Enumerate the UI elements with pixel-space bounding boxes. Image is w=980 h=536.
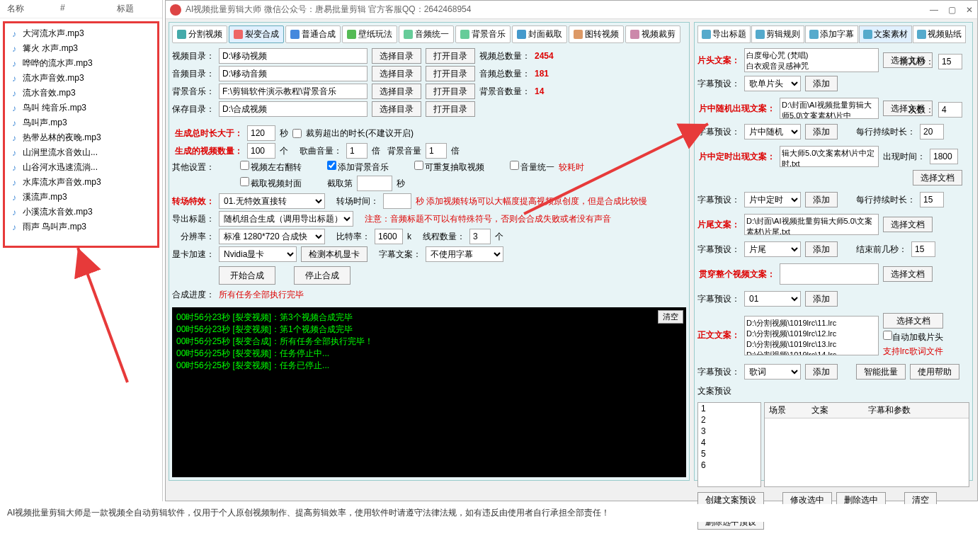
- file-item[interactable]: ♪水库流水声音效.mp3: [8, 175, 154, 190]
- gen-count-input[interactable]: [247, 143, 275, 159]
- tab-1[interactable]: 裂变合成: [229, 25, 284, 43]
- detect-gpu-button[interactable]: 检测本机显卡: [301, 246, 368, 262]
- preset-item[interactable]: 3: [698, 426, 760, 437]
- file-item[interactable]: ♪大河流水声.mp3: [8, 26, 154, 41]
- trans-time-input[interactable]: [383, 193, 411, 209]
- auto-load-checkbox[interactable]: [883, 331, 892, 340]
- preset3-add-button[interactable]: 添加: [805, 192, 838, 207]
- maximize-button[interactable]: ▢: [948, 5, 956, 15]
- gpu-select[interactable]: Nvidia显卡: [219, 246, 297, 262]
- file-item[interactable]: ♪雨声 鸟叫声.mp3: [8, 219, 154, 234]
- whole-choose-button[interactable]: 选择文档: [883, 266, 933, 282]
- mid-time-choose-button[interactable]: 选择文档: [913, 170, 962, 186]
- bgm-dir-input[interactable]: [219, 84, 368, 99]
- save-dir-choose-button[interactable]: 选择目录: [372, 101, 421, 117]
- main-textarea[interactable]: D:\分割视频\1019lrc\11.lrc D:\分割视频\1019lrc\1…: [744, 316, 879, 355]
- tab-3[interactable]: 壁纸玩法: [342, 25, 397, 43]
- smart-button[interactable]: 智能批量: [856, 364, 906, 380]
- file-item[interactable]: ♪热带丛林的夜晚.mp3: [8, 130, 154, 145]
- file-item[interactable]: ♪山谷河水迅速流淌...: [8, 160, 154, 175]
- rtab-1[interactable]: 剪辑规则: [751, 25, 804, 43]
- video-dir-input[interactable]: [219, 48, 368, 64]
- preset-item[interactable]: 2: [698, 414, 760, 426]
- preset1-select[interactable]: 歌单片头: [744, 76, 801, 91]
- tab-6[interactable]: 封面截取: [512, 25, 567, 43]
- cover-sec-input[interactable]: [357, 176, 392, 191]
- file-item[interactable]: ♪流水音效.mp3: [8, 86, 154, 101]
- preset-item[interactable]: 5: [698, 448, 760, 460]
- main-choose-button[interactable]: 选择文档: [883, 313, 943, 329]
- stop-button[interactable]: 停止合成: [294, 266, 351, 285]
- trans-select[interactable]: 01.无特效直接转: [219, 193, 325, 209]
- minimize-button[interactable]: —: [930, 5, 938, 15]
- save-dir-open-button[interactable]: 打开目录: [426, 101, 475, 117]
- start-button[interactable]: 开始合成: [219, 266, 275, 285]
- preset3-select[interactable]: 片中定时: [744, 192, 801, 207]
- times-input[interactable]: [938, 102, 962, 118]
- tail-choose-button[interactable]: 选择文档: [883, 217, 933, 232]
- total-len-input[interactable]: [247, 125, 275, 141]
- audio-dir-input[interactable]: [219, 66, 368, 81]
- preset4-select[interactable]: 片尾: [744, 241, 801, 257]
- preset4-add-button[interactable]: 添加: [805, 241, 838, 257]
- export-title-select[interactable]: 随机组合生成（调用导出标题）: [219, 211, 353, 227]
- preset-item[interactable]: 1: [698, 403, 760, 414]
- preset6-select[interactable]: 歌词: [744, 364, 801, 380]
- tab-2[interactable]: 普通合成: [285, 25, 341, 43]
- rtab-2[interactable]: 添加字幕: [805, 25, 858, 43]
- file-item[interactable]: ♪小溪流水音效.mp3: [8, 205, 154, 219]
- preset2-select[interactable]: 片中随机: [744, 124, 801, 139]
- save-dir-input[interactable]: [219, 101, 368, 117]
- tail-textarea[interactable]: D:\封面\AI视频批量剪辑大师5.0\文案素材\片尾.txt: [744, 214, 879, 235]
- preset-list[interactable]: 123456: [697, 402, 761, 487]
- audio-dir-choose-button[interactable]: 选择目录: [372, 66, 421, 81]
- tab-4[interactable]: 音频统一: [399, 25, 454, 43]
- cut-extra-checkbox[interactable]: [292, 129, 302, 138]
- bitrate-input[interactable]: [375, 229, 403, 244]
- file-item[interactable]: ♪鸟叫 纯音乐.mp3: [8, 101, 154, 115]
- bgm-dir-open-button[interactable]: 打开目录: [426, 84, 475, 99]
- mid-time-textarea[interactable]: 辑大师5.0\文案素材\片中定时.txt: [780, 146, 879, 167]
- file-item[interactable]: ♪鸟叫声.mp3: [8, 115, 154, 130]
- log-clear-button[interactable]: 清空: [658, 310, 683, 324]
- file-item[interactable]: ♪篝火 水声.mp3: [8, 41, 154, 56]
- bg-vol-input[interactable]: [426, 143, 447, 159]
- each-dur2-input[interactable]: [920, 192, 944, 207]
- pre-sec-input[interactable]: [938, 54, 962, 69]
- tab-5[interactable]: 背景音乐: [455, 25, 511, 43]
- end-sec-input[interactable]: [911, 241, 935, 257]
- preset-item[interactable]: 6: [698, 460, 760, 471]
- preset1-add-button[interactable]: 添加: [805, 76, 838, 91]
- file-item[interactable]: ♪溪流声.mp3: [8, 190, 154, 205]
- preset-item[interactable]: 4: [698, 437, 760, 448]
- tab-7[interactable]: 图转视频: [569, 25, 624, 43]
- cover-checkbox[interactable]: [240, 177, 249, 186]
- rtab-4[interactable]: 视频贴纸: [913, 25, 966, 43]
- res-select[interactable]: 标准 1280*720 合成快: [219, 229, 325, 244]
- add-bgm-checkbox[interactable]: [327, 161, 336, 170]
- preset2-add-button[interactable]: 添加: [805, 124, 838, 139]
- sub-select[interactable]: 不使用字幕: [426, 246, 503, 262]
- each-dur-input[interactable]: [920, 124, 944, 139]
- help-button[interactable]: 使用帮助: [910, 364, 959, 380]
- bgm-dir-choose-button[interactable]: 选择目录: [372, 84, 421, 99]
- tab-8[interactable]: 视频裁剪: [625, 25, 680, 43]
- preset5-add-button[interactable]: 添加: [805, 291, 838, 307]
- file-item[interactable]: ♪哗哗的流水声.mp3: [8, 56, 154, 71]
- rtab-0[interactable]: 导出标题: [697, 25, 751, 43]
- preset6-add-button[interactable]: 添加: [805, 364, 838, 380]
- audio-dir-open-button[interactable]: 打开目录: [426, 66, 475, 81]
- close-button[interactable]: ✕: [966, 5, 973, 15]
- dedup-checkbox[interactable]: [414, 161, 423, 170]
- video-dir-open-button[interactable]: 打开目录: [426, 48, 475, 64]
- tab-0[interactable]: 分割视频: [172, 25, 227, 43]
- rtab-3[interactable]: 文案素材: [859, 25, 912, 43]
- file-item[interactable]: ♪山涧里流水音效山...: [8, 145, 154, 160]
- threads-input[interactable]: [469, 229, 491, 244]
- whole-textarea[interactable]: [780, 263, 879, 285]
- appear-input[interactable]: [930, 149, 958, 164]
- song-vol-input[interactable]: [346, 143, 368, 159]
- video-dir-choose-button[interactable]: 选择目录: [372, 48, 421, 64]
- flip-checkbox[interactable]: [240, 161, 249, 170]
- univol-checkbox[interactable]: [510, 161, 519, 170]
